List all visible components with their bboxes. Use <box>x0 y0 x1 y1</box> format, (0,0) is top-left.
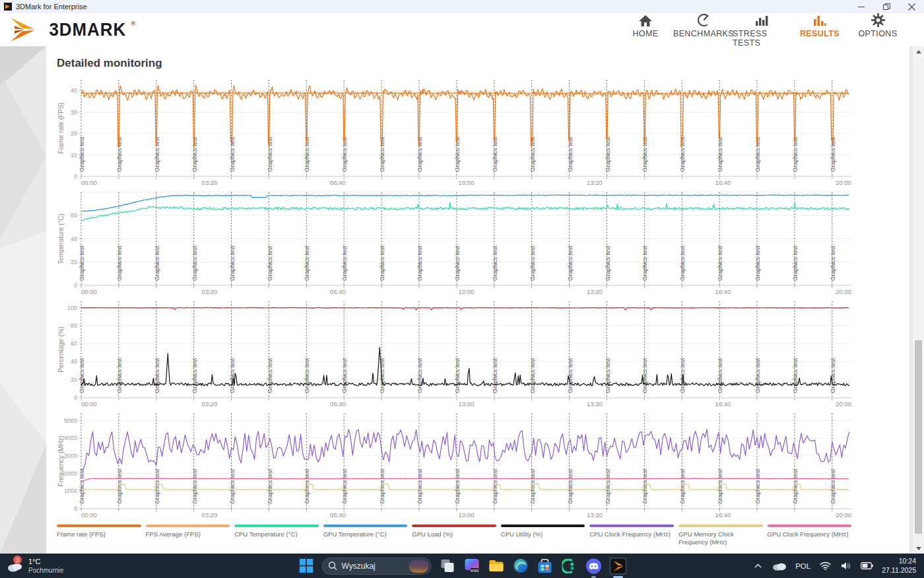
svg-text:Graphics test: Graphics test <box>792 245 799 281</box>
svg-text:Graphics test: Graphics test <box>191 245 198 281</box>
svg-text:20:00: 20:00 <box>836 179 851 186</box>
legend-item-0[interactable]: Frame rate (FPS) <box>57 524 141 546</box>
discord-button[interactable] <box>585 558 603 575</box>
svg-text:30: 30 <box>71 109 77 116</box>
svg-text:Graphics test: Graphics test <box>679 468 686 504</box>
svg-text:Graphics test: Graphics test <box>229 468 236 504</box>
svg-text:Graphics test: Graphics test <box>529 245 536 281</box>
svg-text:20: 20 <box>71 377 77 383</box>
legend-item-3[interactable]: GPU Temperature (°C) <box>323 524 408 546</box>
legend-swatch <box>678 524 763 527</box>
svg-text:Graphics test: Graphics test <box>492 357 498 393</box>
svg-text:Graphics test: Graphics test <box>341 468 348 504</box>
svg-text:Graphics test: Graphics test <box>304 357 310 393</box>
background-polygon <box>0 73 46 258</box>
svg-text:13:20: 13:20 <box>587 511 603 519</box>
scroll-up-arrow[interactable] <box>913 46 924 57</box>
legend-label: FPS Average (FPS) <box>146 530 230 538</box>
search-highlight-image[interactable] <box>409 560 429 573</box>
nav-benchmarks[interactable]: BENCHMARKS <box>675 13 733 48</box>
legend-item-7[interactable]: GPU Memory Clock Frequency (MHz) <box>678 524 763 546</box>
window-titlebar: 3DMark for Enterprise <box>0 0 924 13</box>
legend-item-8[interactable]: GPU Clock Frequency (MHz) <box>768 524 852 546</box>
nav-options[interactable]: OPTIONS <box>849 13 907 48</box>
svg-text:2000: 2000 <box>64 470 77 477</box>
svg-text:Graphics test: Graphics test <box>492 468 498 504</box>
bar-chart-results-icon <box>813 13 826 27</box>
language-indicator[interactable]: POL <box>795 562 810 570</box>
legend-item-4[interactable]: GPU Load (%) <box>412 524 496 546</box>
search-input[interactable]: Wyszukaj <box>322 558 432 575</box>
svg-text:00:00: 00:00 <box>81 288 97 295</box>
svg-text:4000: 4000 <box>64 435 77 441</box>
weather-widget[interactable]: 3 1°C Pochmurnie <box>0 557 63 574</box>
clock[interactable]: 10:24 27.11.2025 <box>882 557 916 575</box>
svg-text:20: 20 <box>71 259 77 266</box>
m365-copilot-button[interactable]: M365 <box>463 558 480 575</box>
svg-text:Graphics test: Graphics test <box>830 357 836 393</box>
geforce-now-button[interactable] <box>561 558 578 575</box>
close-button[interactable] <box>899 0 924 13</box>
svg-text:Frame rate (FPS): Frame rate (FPS) <box>57 102 65 154</box>
volume-icon[interactable] <box>840 558 851 575</box>
running-indicator <box>591 576 596 578</box>
3dmark-taskbar-button[interactable] <box>610 558 627 575</box>
file-explorer-button[interactable] <box>488 558 505 575</box>
task-view-button[interactable] <box>439 558 456 575</box>
nav-home[interactable]: HOME <box>616 13 675 48</box>
svg-text:Graphics test: Graphics test <box>567 357 574 393</box>
svg-text:Graphics test: Graphics test <box>154 468 160 504</box>
svg-text:10:00: 10:00 <box>459 288 475 295</box>
svg-text:03:20: 03:20 <box>202 400 218 408</box>
svg-text:Graphics test: Graphics test <box>830 245 836 281</box>
m365-label: M365 <box>470 569 478 573</box>
svg-text:Graphics test: Graphics test <box>605 136 611 172</box>
svg-text:10:00: 10:00 <box>459 511 475 519</box>
svg-text:Graphics test: Graphics test <box>717 468 723 504</box>
windows-taskbar: 3 1°C Pochmurnie Wyszukaj M365 <box>0 554 924 578</box>
svg-text:Graphics test: Graphics test <box>267 136 273 172</box>
svg-text:Graphics test: Graphics test <box>567 136 574 172</box>
wifi-icon[interactable] <box>819 558 831 575</box>
svg-text:40: 40 <box>71 358 77 365</box>
svg-text:13:20: 13:20 <box>587 179 603 186</box>
active-app-indicator <box>613 576 623 578</box>
nav-stress-tests[interactable]: STRESS TESTS <box>733 13 791 48</box>
svg-text:0: 0 <box>74 505 77 512</box>
start-button[interactable] <box>298 558 315 575</box>
nav-results[interactable]: RESULTS <box>791 13 849 48</box>
svg-text:16:40: 16:40 <box>715 400 731 408</box>
microsoft-store-button[interactable] <box>537 558 554 575</box>
svg-text:Graphics test: Graphics test <box>830 468 836 504</box>
maximize-button[interactable] <box>874 0 899 13</box>
svg-text:Graphics test: Graphics test <box>754 468 761 504</box>
svg-text:Graphics test: Graphics test <box>454 245 461 281</box>
svg-text:Graphics test: Graphics test <box>304 468 310 504</box>
logo-registered-mark: ® <box>131 20 136 27</box>
svg-text:Graphics test: Graphics test <box>304 245 310 281</box>
legend-swatch <box>234 524 319 527</box>
background-polygon <box>0 46 46 86</box>
battery-icon[interactable] <box>860 558 873 575</box>
legend-item-5[interactable]: CPU Utility (%) <box>501 524 585 546</box>
legend-item-2[interactable]: CPU Temperature (°C) <box>234 524 319 546</box>
legend-item-1[interactable]: FPS Average (FPS) <box>146 524 230 546</box>
edge-browser-button[interactable] <box>512 558 529 575</box>
background-polygon <box>0 231 46 443</box>
legend-item-6[interactable]: CPU Clock Frequency (MHz) <box>589 524 674 546</box>
svg-text:Graphics test: Graphics test <box>717 245 723 281</box>
svg-text:10:00: 10:00 <box>459 400 475 408</box>
svg-text:Graphics test: Graphics test <box>416 468 423 504</box>
scrollbar-thumb[interactable] <box>915 340 922 534</box>
scroll-down-arrow[interactable] <box>913 543 924 554</box>
vertical-scrollbar[interactable] <box>913 46 924 554</box>
nav-benchmarks-label: BENCHMARKS <box>673 29 734 38</box>
svg-text:06:40: 06:40 <box>330 400 346 408</box>
tray-chevron-icon[interactable] <box>752 558 764 575</box>
svg-text:Graphics test: Graphics test <box>79 468 85 504</box>
svg-text:Graphics test: Graphics test <box>605 245 611 281</box>
onedrive-icon[interactable] <box>772 558 787 575</box>
minimize-button[interactable] <box>849 0 874 13</box>
legend-label: CPU Temperature (°C) <box>234 530 319 538</box>
nav-stress-tests-label: STRESS TESTS <box>733 29 791 48</box>
